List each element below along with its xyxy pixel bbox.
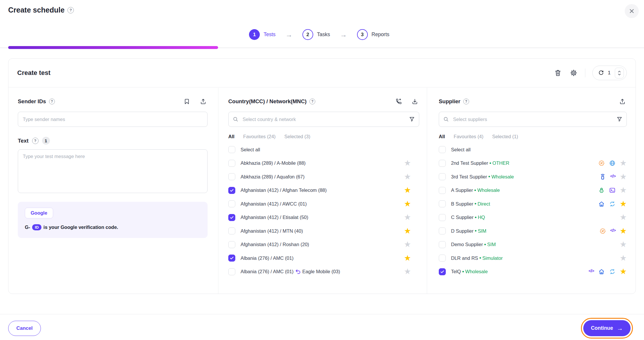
supplier-row[interactable]: 3rd Test Supplier•Wholesale</>★ (439, 170, 627, 184)
supplier-row[interactable]: TelQ•Wholesale</>★ (439, 265, 627, 279)
country-row[interactable]: Abkhazia (289) / A-Mobile (88)★ (228, 157, 419, 170)
favourite-star-icon[interactable]: ★ (620, 254, 627, 262)
supplier-row[interactable]: C Supplier•HQ★ (439, 211, 627, 225)
help-icon[interactable]: ? (309, 99, 315, 104)
favourite-star-icon[interactable]: ★ (404, 200, 411, 208)
supplier-row-label: DLR and RS•Simulator (451, 255, 503, 261)
help-icon[interactable]: ? (49, 99, 55, 104)
favourite-star-icon[interactable]: ★ (620, 241, 627, 248)
row-checkbox[interactable] (439, 268, 446, 275)
country-actions (394, 97, 419, 106)
country-search-input[interactable] (228, 112, 419, 127)
row-checkbox[interactable] (228, 160, 235, 167)
save-template-button[interactable] (182, 97, 191, 106)
favourite-star-icon[interactable]: ★ (620, 227, 627, 235)
row-checkbox[interactable] (228, 214, 235, 221)
download-networks-button[interactable] (410, 97, 419, 106)
favourite-star-icon[interactable]: ★ (404, 227, 411, 235)
row-checkbox[interactable] (228, 255, 235, 262)
row-checkbox[interactable] (439, 200, 446, 207)
upload-sender-button[interactable] (199, 97, 208, 106)
country-row[interactable]: Afghanistan (412) / Etisalat (50)★ (228, 211, 419, 225)
favourite-star-icon[interactable]: ★ (404, 213, 411, 221)
tab-selected[interactable]: Selected (3) (284, 134, 310, 139)
delete-button[interactable] (554, 69, 562, 77)
supplier-title: Supplier (439, 98, 460, 105)
row-checkbox[interactable] (228, 227, 235, 234)
step-label: Reports (372, 31, 389, 38)
help-icon[interactable]: ? (67, 7, 74, 13)
supplier-row[interactable]: 2nd Test Supplier•OTHER★ (439, 157, 627, 170)
country-row[interactable]: Abkhazia (289) / Aquafon (67)★ (228, 170, 419, 184)
supplier-select-all-row[interactable]: Select all (439, 143, 627, 157)
step-reports[interactable]: 3 Reports (357, 29, 389, 40)
country-row[interactable]: Afghanistan (412) / Afghan Telecom (88)★ (228, 184, 419, 197)
favourite-star-icon[interactable]: ★ (404, 268, 411, 276)
help-icon[interactable]: ? (463, 99, 469, 104)
row-checkbox[interactable] (439, 173, 446, 180)
tab-favourites[interactable]: Favourites (4) (454, 134, 483, 139)
favourite-star-icon[interactable]: ★ (404, 173, 411, 181)
select-all-checkbox[interactable] (228, 146, 235, 153)
favourite-star-icon[interactable]: ★ (404, 241, 411, 248)
favourite-star-icon[interactable]: ★ (620, 200, 627, 208)
country-row[interactable]: Afghanistan (412) / AWCC (01)★ (228, 197, 419, 211)
filter-button[interactable] (409, 116, 415, 122)
step-tests[interactable]: 1 Tests (249, 29, 276, 40)
row-checkbox[interactable] (228, 200, 235, 207)
supplier-row[interactable]: D Supplier•SIM</>★ (439, 224, 627, 238)
step-number: 1 (249, 29, 260, 40)
google-template-chip[interactable]: Google (25, 208, 53, 218)
supplier-row[interactable]: A Supplier•Wholesale★ (439, 184, 627, 197)
supplier-row[interactable]: B Supplier•Direct★ (439, 197, 627, 211)
percent-badge-icon (599, 228, 606, 234)
row-checkbox[interactable] (228, 268, 235, 275)
row-checkbox[interactable] (439, 241, 446, 248)
supplier-row-icons: </>★ (589, 268, 627, 276)
test-message-textarea[interactable] (18, 149, 208, 193)
tab-selected[interactable]: Selected (1) (492, 134, 518, 139)
tab-favourites[interactable]: Favourites (24) (243, 134, 276, 139)
select-all-checkbox[interactable] (439, 146, 446, 153)
sender-names-input[interactable] (18, 112, 208, 127)
country-row[interactable]: Afghanistan (412) / Roshan (20)★ (228, 238, 419, 252)
row-checkbox[interactable] (439, 187, 446, 194)
row-checkbox[interactable] (228, 173, 235, 180)
settings-button[interactable] (569, 69, 578, 77)
favourite-star-icon[interactable]: ★ (620, 213, 627, 221)
sender-input-wrap (18, 112, 208, 127)
favourite-star-icon[interactable]: ★ (620, 173, 627, 181)
tab-all[interactable]: All (228, 134, 234, 139)
row-checkbox[interactable] (439, 255, 446, 262)
row-checkbox[interactable] (439, 160, 446, 167)
row-checkbox[interactable] (439, 214, 446, 221)
page-title: Create schedule ? (8, 6, 74, 14)
row-checkbox[interactable] (439, 227, 446, 234)
add-number-button[interactable] (394, 97, 403, 106)
supplier-row[interactable]: Demo Supplier•SIM★ (439, 238, 627, 252)
tab-all[interactable]: All (439, 134, 445, 139)
upload-suppliers-button[interactable] (618, 97, 627, 106)
country-row[interactable]: Albania (276) / AMC (01)★ (228, 251, 419, 265)
favourite-star-icon[interactable]: ★ (404, 186, 411, 194)
filter-button[interactable] (616, 116, 623, 122)
cancel-button[interactable]: Cancel (8, 321, 41, 336)
help-icon[interactable]: ? (32, 138, 39, 144)
favourite-star-icon[interactable]: ★ (620, 268, 627, 276)
repeat-count-stepper[interactable] (615, 68, 624, 78)
country-select-all-row[interactable]: Select all (228, 143, 419, 157)
supplier-search-input[interactable] (439, 112, 627, 127)
row-checkbox[interactable] (228, 187, 235, 194)
continue-button[interactable]: Continue → (583, 320, 631, 336)
favourite-star-icon[interactable]: ★ (404, 159, 411, 167)
favourite-star-icon[interactable]: ★ (620, 159, 627, 167)
close-button[interactable] (625, 4, 639, 18)
step-tasks[interactable]: 2 Tasks (302, 29, 330, 40)
country-row[interactable]: Afghanistan (412) / MTN (40)★ (228, 224, 419, 238)
supplier-row[interactable]: DLR and RS•Simulator★ (439, 251, 627, 265)
favourite-star-icon[interactable]: ★ (404, 254, 411, 262)
country-row[interactable]: Albania (276) / AMC (01)Eagle Mobile (03… (228, 265, 419, 279)
country-network-column: Country(MCC) / Network(MNC) ? (218, 88, 427, 294)
row-checkbox[interactable] (228, 241, 235, 248)
favourite-star-icon[interactable]: ★ (620, 186, 627, 194)
